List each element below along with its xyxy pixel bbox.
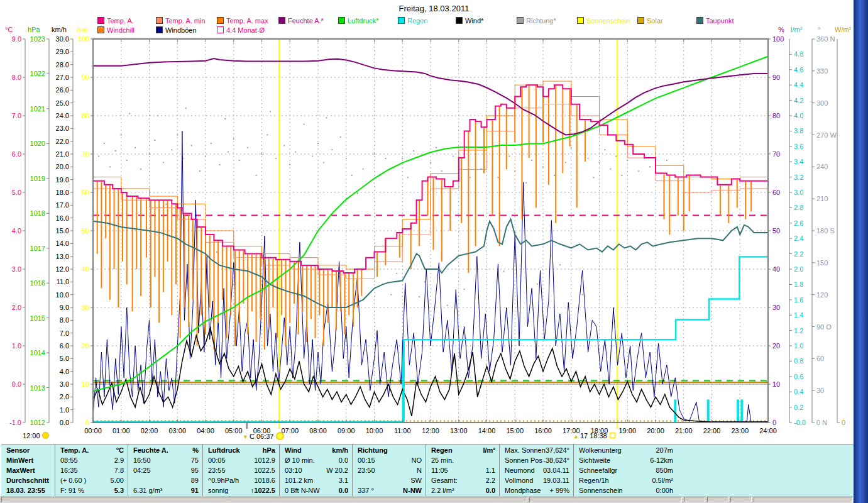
table-row: Feuchte A.% — [128, 445, 202, 455]
cell-label: sonnig — [208, 485, 228, 495]
table-row: Ø 10 min.0.0 — [280, 455, 352, 465]
moonrise-arrow-icon: ▲ — [573, 433, 579, 439]
axis-percent: 1009080706050403020100 — [768, 35, 784, 426]
svg-text:8.0: 8.0 — [12, 74, 21, 81]
sunset-time: 17 18:38 — [580, 432, 607, 439]
svg-text:9.0: 9.0 — [12, 35, 21, 43]
table-row: SW — [353, 475, 426, 485]
cell-value: 5.00 — [111, 475, 124, 485]
table-row: 25 min. — [426, 455, 499, 465]
table-col-regen: Regenl/m²25 min.11:051.1Gesamt:2.22.2 l/… — [426, 445, 500, 497]
svg-text:23.0: 23.0 — [56, 124, 69, 132]
cell-value: °C — [116, 445, 124, 455]
table-col-astro: Max. Sonnen37,624°Sonnen Pos-38,624°Neum… — [500, 445, 574, 497]
cell-label: Mondphase — [505, 485, 541, 495]
x-tick-label: 04:00 — [197, 427, 214, 434]
svg-text:70: 70 — [82, 150, 89, 158]
svg-text:4.6: 4.6 — [794, 66, 803, 74]
axis-lm2: 4.84.64.44.24.03.83.63.43.23.02.82.62.42… — [789, 39, 806, 426]
cell-value: 19.03.11 — [543, 475, 569, 485]
weather-app-window: { "header": { "title": "Freitag, 18.03.2… — [0, 0, 868, 503]
cell-label: Temp. A. — [60, 445, 89, 455]
svg-text:20: 20 — [772, 342, 780, 350]
cell-label: 16:35 — [60, 465, 78, 475]
svg-text:90: 90 — [82, 74, 89, 81]
axis-wm2: 0 — [837, 39, 845, 426]
status-panel — [1, 497, 527, 502]
table-row: MinWert — [1, 455, 55, 465]
cell-value: 2.9 — [114, 455, 124, 465]
cell-label: Sichtweite — [579, 455, 642, 465]
svg-text:19.0: 19.0 — [56, 176, 69, 184]
svg-text:0.2: 0.2 — [794, 404, 803, 411]
svg-text:0.4: 0.4 — [794, 388, 803, 395]
svg-text:15.0: 15.0 — [56, 227, 69, 235]
svg-text:3.0: 3.0 — [12, 265, 21, 273]
table-col-temp-a-: Temp. A.°C08:552.916:357.8(+ 0.60 )5.00F… — [55, 445, 128, 497]
table-row: Windkm/h — [280, 445, 352, 455]
cell-label: Durchschnitt — [6, 475, 49, 485]
svg-text:1.0: 1.0 — [60, 406, 69, 414]
moon-icon — [42, 432, 49, 439]
table-row: 03:10W 20.2 — [280, 465, 352, 475]
cell-label: Wolkenunterg — [579, 445, 642, 455]
table-row: 04:2595 — [128, 465, 202, 475]
svg-text:26.0: 26.0 — [56, 86, 69, 94]
cell-label: 337 ° — [358, 485, 374, 495]
svg-text:0 N: 0 N — [816, 419, 827, 426]
axis-celsius: 9.08.07.06.05.04.03.02.01.00.0-1.0 — [9, 35, 25, 426]
window-right-border — [854, 0, 868, 503]
svg-text:2.0: 2.0 — [12, 304, 21, 311]
svg-text:10.0: 10.0 — [56, 291, 69, 299]
moon-noon-marker: 12:00 — [23, 432, 49, 440]
table-row: 18.03. 23:55 — [1, 485, 55, 495]
table-row: Sonnenschein0:00h — [574, 485, 853, 495]
svg-text:30: 30 — [816, 387, 824, 394]
svg-text:4.0: 4.0 — [12, 227, 21, 235]
svg-text:3.2: 3.2 — [794, 174, 803, 181]
table-row: MaxWert — [1, 465, 55, 475]
cell-label: (+ 0.60 ) — [60, 475, 86, 485]
table-row: 23:50N — [353, 465, 426, 475]
cell-label: 0 Bft N-NW — [285, 485, 320, 495]
sunset-marker: ▲17 18:38 — [573, 432, 615, 440]
cell-label: 23:50 — [358, 465, 375, 475]
svg-text:1018: 1018 — [30, 209, 45, 217]
svg-text:0.8: 0.8 — [794, 357, 803, 365]
cell-value: N — [417, 465, 422, 475]
table-row: Sensor — [1, 445, 55, 455]
x-tick-label: 24:00 — [759, 427, 777, 434]
svg-text:1019: 1019 — [30, 175, 45, 182]
axis-kmh: 30.029.028.027.026.025.024.023.022.021.0… — [56, 35, 73, 426]
moon-square-icon — [610, 433, 615, 438]
svg-text:30.0: 30.0 — [56, 35, 69, 43]
svg-text:360 N: 360 N — [816, 35, 835, 43]
axis-unit-label: °C — [5, 26, 13, 33]
moon-noon-time: 12:00 — [23, 432, 40, 439]
cell-label: Max. Sonnen — [505, 445, 546, 455]
svg-text:70: 70 — [772, 150, 780, 158]
svg-text:120: 120 — [816, 291, 828, 299]
x-tick-label: 11:00 — [394, 427, 411, 434]
cell-value: 37,624° — [546, 445, 569, 455]
svg-text:17.0: 17.0 — [56, 201, 69, 209]
cell-label: Neumond — [505, 465, 535, 475]
svg-text:30: 30 — [772, 304, 780, 311]
svg-text:1.0: 1.0 — [794, 342, 803, 350]
svg-text:4.2: 4.2 — [794, 97, 803, 104]
cell-label: 04:25 — [133, 465, 151, 475]
svg-text:20.0: 20.0 — [56, 163, 69, 170]
svg-text:24.0: 24.0 — [56, 112, 69, 119]
table-row: 2.2 l/m²0.0 — [426, 485, 499, 495]
table-row: LuftdruckhPa — [203, 445, 279, 455]
cell-value: 0.0 — [339, 485, 348, 495]
svg-text:2.0: 2.0 — [794, 265, 803, 273]
cell-label: 101.2 km — [285, 475, 313, 485]
x-tick-label: 02:00 — [141, 427, 158, 434]
status-panel — [529, 497, 683, 502]
svg-text:10: 10 — [82, 380, 89, 388]
cell-value: 95 — [191, 465, 199, 475]
svg-text:1012: 1012 — [30, 419, 45, 426]
table-row: Durchschnitt — [1, 475, 55, 485]
cell-label: 00:15 — [358, 455, 375, 465]
